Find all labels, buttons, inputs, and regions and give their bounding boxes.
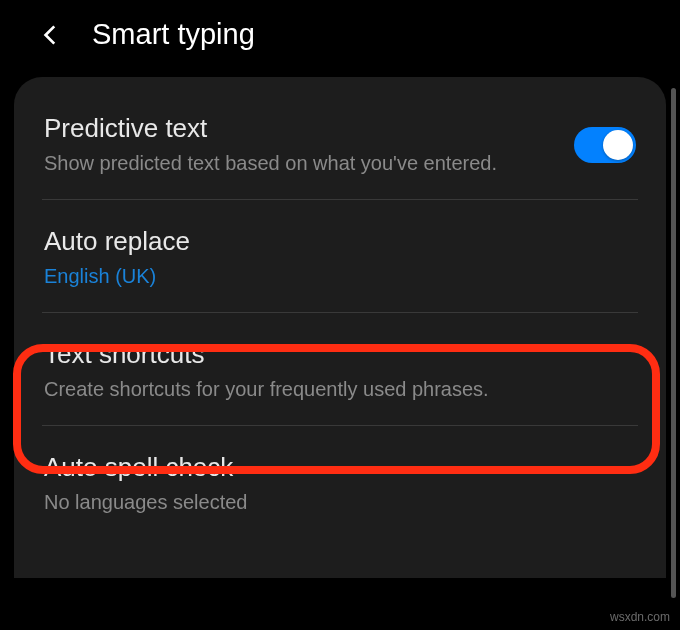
setting-auto-spell-check[interactable]: Auto spell check No languages selected (14, 426, 666, 538)
setting-predictive-text[interactable]: Predictive text Show predicted text base… (14, 77, 666, 199)
setting-subtitle: No languages selected (44, 489, 636, 516)
setting-subtitle: Show predicted text based on what you've… (44, 150, 554, 177)
scrollbar[interactable] (671, 88, 676, 598)
setting-text-block: Auto spell check No languages selected (44, 452, 636, 516)
setting-text-block: Predictive text Show predicted text base… (44, 113, 554, 177)
setting-title: Auto spell check (44, 452, 636, 483)
setting-text-block: Text shortcuts Create shortcuts for your… (44, 339, 636, 403)
watermark: wsxdn.com (610, 610, 670, 624)
page-title: Smart typing (92, 18, 255, 51)
setting-subtitle: English (UK) (44, 263, 636, 290)
back-icon[interactable] (38, 22, 64, 48)
setting-auto-replace[interactable]: Auto replace English (UK) (14, 200, 666, 312)
setting-text-shortcuts[interactable]: Text shortcuts Create shortcuts for your… (14, 313, 666, 425)
setting-title: Text shortcuts (44, 339, 636, 370)
settings-panel: Predictive text Show predicted text base… (14, 77, 666, 578)
predictive-text-toggle[interactable] (574, 127, 636, 163)
setting-title: Auto replace (44, 226, 636, 257)
header: Smart typing (0, 0, 680, 69)
setting-subtitle: Create shortcuts for your frequently use… (44, 376, 636, 403)
setting-title: Predictive text (44, 113, 554, 144)
setting-text-block: Auto replace English (UK) (44, 226, 636, 290)
